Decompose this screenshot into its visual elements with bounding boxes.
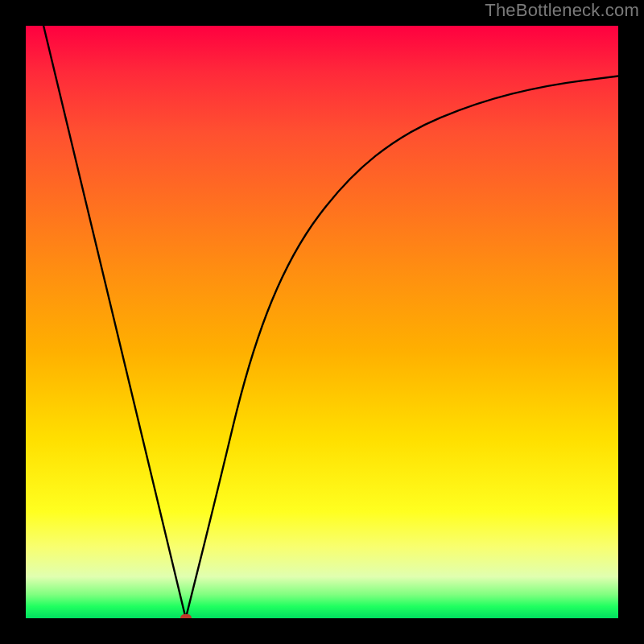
curve-path xyxy=(43,26,618,618)
watermark-label: TheBottleneck.com xyxy=(485,0,639,21)
chart-frame: TheBottleneck.com xyxy=(0,0,644,644)
plot-area xyxy=(26,26,618,618)
min-marker xyxy=(180,614,192,618)
curve-svg xyxy=(26,26,618,618)
